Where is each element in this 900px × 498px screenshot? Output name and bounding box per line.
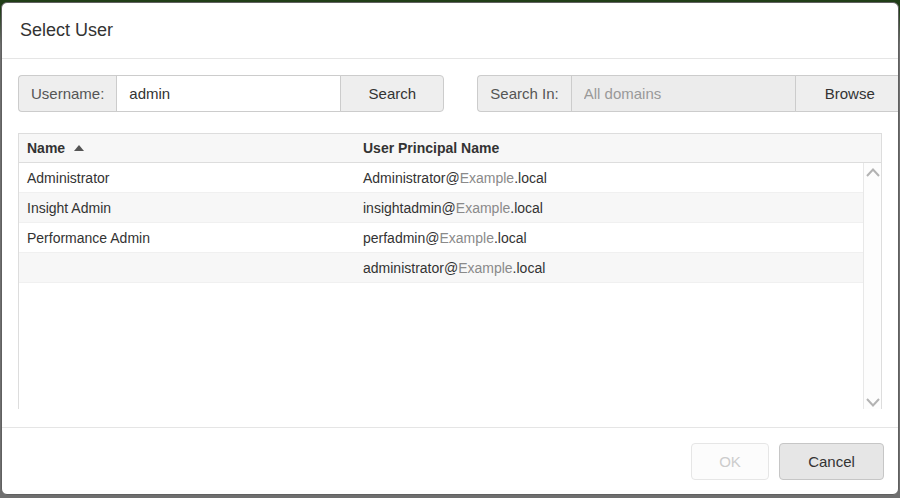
upn-domain: Example [439,230,493,246]
dialog-footer: OK Cancel [2,427,898,494]
search-button[interactable]: Search [340,75,444,112]
table-body: Administrator Administrator@Example.loca… [19,163,863,409]
upn-suffix: .local [510,200,543,216]
upn-prefix: perfadmin@ [363,230,439,246]
dialog-body: Username: Search Search In: Browse Name … [2,59,898,409]
cell-upn: perfadmin@Example.local [355,223,863,252]
select-user-dialog: Select User Username: Search Search In: … [1,2,899,495]
table-header-row: Name User Principal Name [19,134,881,163]
scroll-down-icon[interactable] [866,398,880,407]
table-row[interactable]: administrator@Example.local [19,253,863,283]
username-label: Username: [18,75,116,112]
cell-name: Administrator [19,163,355,192]
sort-ascending-icon [74,145,84,151]
table-body-wrap: Administrator Administrator@Example.loca… [19,163,881,409]
cell-name [19,253,355,282]
column-header-name[interactable]: Name [19,134,355,162]
cell-name: Insight Admin [19,193,355,222]
upn-suffix: .local [494,230,527,246]
upn-suffix: .local [513,260,546,276]
upn-domain: Example [456,200,510,216]
upn-domain: Example [460,170,514,186]
username-input[interactable] [116,75,341,112]
table-row[interactable]: Administrator Administrator@Example.loca… [19,163,863,193]
dialog-header: Select User [2,3,898,59]
scroll-up-icon[interactable] [866,168,880,177]
table-row[interactable]: Performance Admin perfadmin@Example.loca… [19,223,863,253]
cell-upn: Administrator@Example.local [355,163,863,192]
search-row: Username: Search Search In: Browse [18,75,882,112]
cell-name: Performance Admin [19,223,355,252]
ok-button[interactable]: OK [691,443,769,480]
cell-upn: insightadmin@Example.local [355,193,863,222]
browse-button[interactable]: Browse [795,75,898,112]
search-in-label: Search In: [477,75,570,112]
column-header-name-label: Name [27,140,65,156]
column-header-upn[interactable]: User Principal Name [355,134,881,162]
upn-suffix: .local [514,170,547,186]
upn-prefix: Administrator@ [363,170,460,186]
username-input-group: Username: Search [18,75,444,112]
search-in-input-group: Search In: Browse [477,75,898,112]
upn-prefix: insightadmin@ [363,200,456,216]
upn-domain: Example [458,260,512,276]
search-in-input[interactable] [571,75,796,112]
table-scrollbar[interactable] [863,163,881,409]
user-results-table: Name User Principal Name Administrator A… [18,133,882,409]
upn-prefix: administrator@ [363,260,458,276]
column-header-upn-label: User Principal Name [363,140,499,156]
table-row[interactable]: Insight Admin insightadmin@Example.local [19,193,863,223]
cancel-button[interactable]: Cancel [779,443,884,480]
cell-upn: administrator@Example.local [355,253,863,282]
dialog-title: Select User [20,20,113,41]
